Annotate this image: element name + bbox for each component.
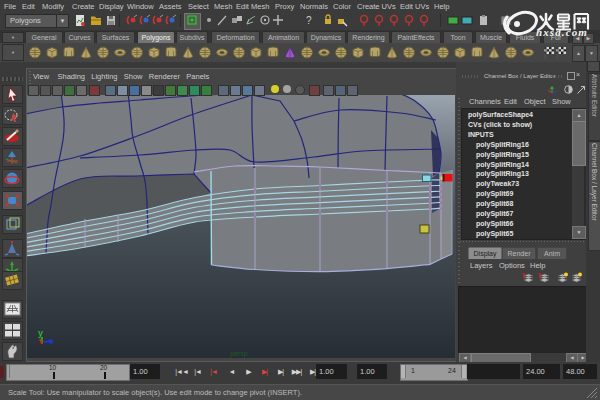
svg-text:?: ? [306,15,312,26]
svg-text:persp: persp [230,350,248,358]
svg-text:y: y [38,328,43,338]
